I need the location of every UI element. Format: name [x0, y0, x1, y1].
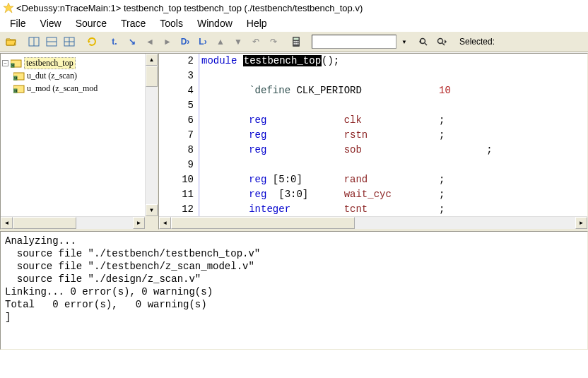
scroll-right-icon[interactable]: ►: [133, 217, 145, 229]
title-bar: <Debussy:nTraceMain:1> testbench_top tes…: [0, 0, 588, 16]
layout-3-button[interactable]: [61, 33, 78, 50]
code-line[interactable]: [201, 98, 587, 113]
svg-text:M: M: [14, 76, 18, 80]
svg-line-18: [425, 43, 427, 45]
svg-marker-8: [88, 40, 90, 43]
collapse-icon[interactable]: −: [2, 60, 8, 66]
find-next-button[interactable]: [433, 33, 450, 50]
step-back-button[interactable]: ↶: [247, 33, 264, 50]
code-hscrollbar[interactable]: ◄ ►: [159, 216, 587, 229]
nav-back-button[interactable]: ◄: [141, 33, 158, 50]
line-number: 6: [159, 113, 194, 128]
line-number: 3: [159, 69, 194, 83]
tree-item-label[interactable]: u_mod (z_scan_mod: [27, 83, 98, 94]
app-icon: [3, 2, 14, 13]
selected-label: Selected:: [459, 37, 495, 47]
refresh-button[interactable]: [83, 33, 100, 50]
menu-view[interactable]: View: [33, 16, 69, 30]
module-icon: M: [13, 71, 25, 81]
scroll-thumb[interactable]: [13, 217, 76, 229]
svg-marker-22: [445, 40, 447, 44]
line-number: 7: [159, 128, 194, 143]
load-button[interactable]: L›: [194, 33, 211, 50]
module-icon: M: [13, 83, 25, 93]
tree-child-row[interactable]: M u_mod (z_scan_mod: [2, 82, 156, 95]
scroll-thumb[interactable]: [146, 66, 158, 87]
svg-rect-15: [295, 43, 297, 45]
trace-t-button[interactable]: t.: [106, 33, 123, 50]
line-number: 10: [159, 172, 194, 187]
code-line[interactable]: integer tcnt ;: [201, 202, 587, 217]
trace-arrow-button[interactable]: ↘: [124, 33, 141, 50]
code-line[interactable]: reg [5:0] rand ;: [201, 172, 587, 187]
scroll-corner: [145, 216, 158, 229]
svg-rect-10: [294, 38, 299, 40]
scroll-left-icon[interactable]: ◄: [1, 217, 13, 229]
menu-source[interactable]: Source: [69, 16, 114, 30]
menu-trace[interactable]: Trace: [114, 16, 153, 30]
tree-root-label[interactable]: testbench_top: [24, 57, 76, 69]
code-line[interactable]: module testbench_top();: [201, 54, 587, 69]
code-line[interactable]: [201, 158, 587, 172]
tree-item-label[interactable]: u_dut (z_scan): [27, 71, 77, 81]
module-icon: M: [11, 58, 22, 68]
code-line[interactable]: reg rstn ;: [201, 128, 587, 143]
search-dropdown-button[interactable]: ▼: [399, 33, 410, 50]
driver-button[interactable]: D›: [177, 33, 194, 50]
line-number: 12: [159, 202, 194, 217]
line-number: 4: [159, 83, 194, 98]
code-line[interactable]: [201, 69, 587, 83]
source-code-area[interactable]: module testbench_top(); `define CLK_PERI…: [200, 54, 587, 229]
svg-marker-0: [4, 3, 13, 13]
calculator-button[interactable]: [288, 33, 305, 50]
code-line[interactable]: reg [3:0] wait_cyc ;: [201, 187, 587, 202]
window-title: <Debussy:nTraceMain:1> testbench_top tes…: [16, 3, 363, 13]
svg-line-21: [442, 43, 445, 45]
toolbar: t. ↘ ◄ ► D› L› ▲ ▼ ↶ ↷ ▼ Selected:: [0, 31, 588, 52]
svg-rect-14: [294, 43, 295, 45]
svg-text:M: M: [11, 64, 15, 67]
menu-help[interactable]: Help: [240, 16, 274, 30]
svg-point-20: [438, 39, 443, 44]
menu-tools[interactable]: Tools: [153, 16, 190, 30]
tree-child-row[interactable]: M u_dut (z_scan): [2, 69, 156, 82]
nav-forward-button[interactable]: ►: [159, 33, 176, 50]
code-line[interactable]: `define CLK_PERIORD 10: [201, 83, 587, 98]
line-number-gutter: 23456789101112: [159, 54, 200, 229]
line-number: 8: [159, 143, 194, 158]
menu-bar: File View Source Trace Tools Window Help: [0, 16, 588, 31]
source-code-pane: 23456789101112 module testbench_top(); `…: [158, 53, 588, 230]
hierarchy-pane: − M testbench_top M u_dut (z_scan) M u_m…: [0, 53, 158, 230]
menu-window[interactable]: Window: [190, 16, 240, 30]
scroll-right-icon[interactable]: ►: [575, 217, 587, 229]
layout-1-button[interactable]: [25, 33, 42, 50]
svg-rect-13: [298, 41, 299, 42]
step-fwd-button[interactable]: ↷: [265, 33, 282, 50]
line-number: 2: [159, 54, 194, 69]
scroll-left-icon[interactable]: ◄: [159, 217, 171, 229]
scroll-up-icon[interactable]: ▲: [146, 54, 158, 66]
nav-down-button[interactable]: ▼: [230, 33, 247, 50]
line-number: 11: [159, 187, 194, 202]
scroll-down-icon[interactable]: ▼: [146, 204, 158, 216]
find-prev-button[interactable]: [416, 33, 433, 50]
tree-hscrollbar[interactable]: ◄ ►: [1, 216, 145, 229]
svg-text:M: M: [14, 89, 18, 93]
line-number: 9: [159, 158, 194, 172]
code-line[interactable]: reg clk ;: [201, 113, 587, 128]
tree-vscrollbar[interactable]: ▲ ▼: [145, 54, 158, 216]
console-output[interactable]: Analyzing... source file "./testbench/te…: [0, 231, 588, 350]
code-line[interactable]: reg sob ;: [201, 143, 587, 158]
svg-rect-11: [294, 41, 295, 42]
menu-file[interactable]: File: [3, 16, 33, 30]
line-number: 5: [159, 98, 194, 113]
scroll-thumb[interactable]: [171, 217, 355, 229]
tree-root-row[interactable]: − M testbench_top: [2, 57, 156, 69]
open-folder-button[interactable]: [3, 33, 20, 50]
search-input[interactable]: [312, 35, 396, 49]
layout-2-button[interactable]: [43, 33, 60, 50]
nav-up-button[interactable]: ▲: [212, 33, 229, 50]
svg-rect-12: [295, 41, 297, 42]
console-pane: Analyzing... source file "./testbench/te…: [0, 230, 588, 350]
svg-rect-16: [298, 43, 299, 45]
